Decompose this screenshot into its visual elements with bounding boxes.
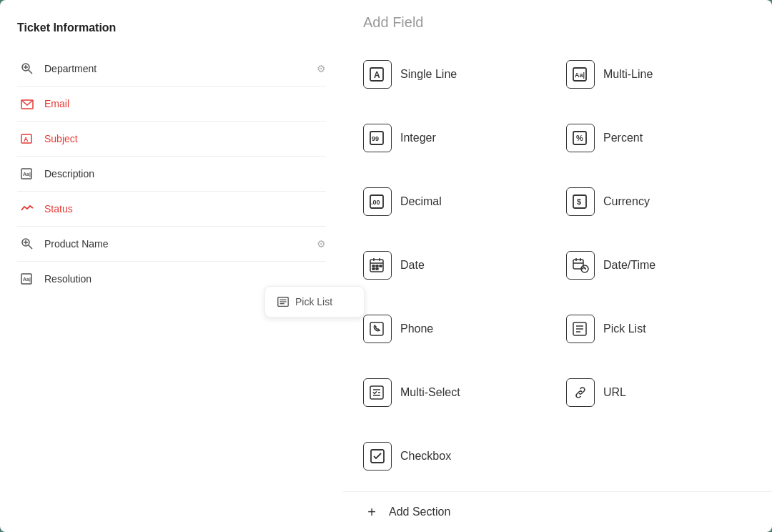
field-item-subject: A Subject xyxy=(17,122,326,157)
currency-icon: $ xyxy=(566,187,595,216)
field-label-description: Description xyxy=(44,168,94,179)
add-section-label: Add Section xyxy=(389,506,450,518)
checkbox-icon xyxy=(363,442,392,471)
multi-select-label: Multi-Select xyxy=(400,386,460,399)
option-single-line[interactable]: A Single Line xyxy=(355,42,558,106)
percent-icon: % xyxy=(566,124,595,152)
url-icon xyxy=(566,378,595,407)
percent-label: Percent xyxy=(603,132,643,144)
text-icon: A xyxy=(17,129,37,149)
pick-list-hint-icon xyxy=(277,295,290,308)
svg-rect-35 xyxy=(372,265,375,267)
svg-text:Aa|: Aa| xyxy=(23,172,31,177)
option-checkbox[interactable]: Checkbox xyxy=(355,425,558,488)
add-field-title: Add Field xyxy=(343,0,772,42)
pick-list-hint-label: Pick List xyxy=(295,296,332,307)
plus-icon: + xyxy=(363,503,380,521)
pick-list-icon xyxy=(566,315,595,343)
option-currency[interactable]: $ Currency xyxy=(558,169,761,233)
svg-text:99: 99 xyxy=(372,135,379,142)
gear-icon-product[interactable]: ⚙ xyxy=(317,238,326,250)
status-icon xyxy=(17,199,37,219)
gear-icon-department[interactable]: ⚙ xyxy=(317,63,326,74)
field-item-email: Email xyxy=(17,87,326,122)
currency-label: Currency xyxy=(603,195,650,208)
checkbox-label: Checkbox xyxy=(400,450,451,463)
svg-text:Aa|: Aa| xyxy=(23,277,31,282)
multi-select-icon xyxy=(363,378,392,407)
option-integer[interactable]: 99 Integer xyxy=(355,106,558,169)
field-item-description: Aa| Description xyxy=(17,157,326,192)
decimal-icon: .00 xyxy=(363,187,392,216)
phone-label: Phone xyxy=(400,322,433,335)
add-field-panel: Add Field A Single Line Aa| Multi-Line xyxy=(343,0,772,532)
field-label-subject: Subject xyxy=(44,133,78,144)
option-pick-list[interactable]: Pick List xyxy=(558,297,761,361)
single-line-label: Single Line xyxy=(400,68,457,81)
field-item: Department ⚙ xyxy=(17,51,326,87)
option-percent[interactable]: % Percent xyxy=(558,106,761,169)
field-label-product: Product Name xyxy=(44,238,108,250)
svg-line-10 xyxy=(29,245,32,249)
resolution-icon: Aa| xyxy=(17,269,37,289)
option-phone[interactable]: Phone xyxy=(355,297,558,361)
add-section-button[interactable]: + Add Section xyxy=(343,491,772,532)
svg-rect-38 xyxy=(372,268,375,270)
date-label: Date xyxy=(400,259,425,272)
decimal-label: Decimal xyxy=(400,195,442,208)
svg-rect-52 xyxy=(370,386,383,399)
option-datetime[interactable]: Date/Time xyxy=(558,233,761,297)
integer-label: Integer xyxy=(400,132,436,144)
svg-line-1 xyxy=(29,70,32,74)
field-label-resolution: Resolution xyxy=(44,273,91,285)
option-multi-select[interactable]: Multi-Select xyxy=(355,361,558,425)
date-icon xyxy=(363,251,392,280)
left-panel: Ticket Information Department ⚙ Email xyxy=(0,0,343,532)
pick-list-hint: Pick List xyxy=(264,286,365,317)
option-multi-line[interactable]: Aa| Multi-Line xyxy=(558,42,761,106)
svg-text:$: $ xyxy=(577,197,581,206)
field-label-department: Department xyxy=(44,63,96,74)
field-options-grid: A Single Line Aa| Multi-Line 99 xyxy=(343,42,772,488)
panel-title: Ticket Information xyxy=(17,21,326,34)
svg-rect-36 xyxy=(376,265,378,267)
multi-line-label: Multi-Line xyxy=(603,68,653,81)
phone-icon xyxy=(363,315,392,343)
email-icon xyxy=(17,94,37,114)
datetime-icon xyxy=(566,251,595,280)
multi-line-icon: Aa| xyxy=(566,60,595,89)
single-line-icon: A xyxy=(363,60,392,89)
url-label: URL xyxy=(603,386,626,399)
svg-text:.00: .00 xyxy=(371,199,380,206)
integer-icon: 99 xyxy=(363,124,392,152)
svg-text:A: A xyxy=(24,136,29,143)
svg-text:Aa|: Aa| xyxy=(575,72,585,79)
option-date[interactable]: Date xyxy=(355,233,558,297)
option-decimal[interactable]: .00 Decimal xyxy=(355,169,558,233)
field-label-status: Status xyxy=(44,203,73,215)
svg-text:A: A xyxy=(374,70,380,80)
datetime-label: Date/Time xyxy=(603,259,655,272)
svg-rect-39 xyxy=(376,268,378,270)
pick-list-label: Pick List xyxy=(603,322,646,335)
field-item-product: Product Name ⚙ xyxy=(17,227,326,262)
multiline-icon: Aa| xyxy=(17,164,37,184)
product-lookup-icon xyxy=(17,234,37,254)
svg-text:%: % xyxy=(576,134,583,142)
svg-rect-37 xyxy=(380,265,382,267)
option-url[interactable]: URL xyxy=(558,361,761,425)
lookup-icon xyxy=(17,59,37,79)
field-label-email: Email xyxy=(44,98,69,109)
field-item-status: Status xyxy=(17,192,326,227)
